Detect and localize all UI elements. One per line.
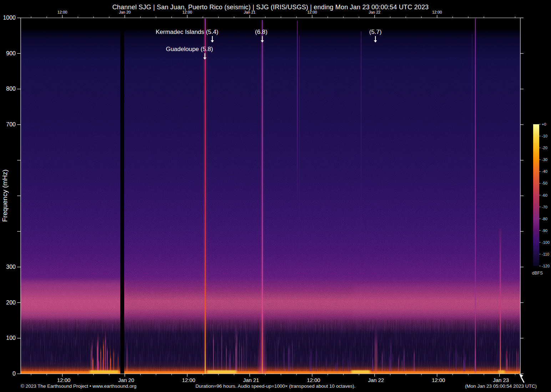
striation: [289, 337, 290, 373]
striation: [382, 346, 383, 373]
striation: [229, 346, 230, 373]
colorbar-tick-label: -70: [542, 205, 547, 209]
striation: [213, 323, 214, 373]
striation: [310, 341, 311, 373]
freq-tick-label: 100: [6, 335, 16, 341]
striation: [118, 350, 118, 373]
striation: [97, 334, 98, 373]
striation: [389, 350, 389, 373]
event-line-guadeloupe-kermadec-line: [205, 19, 206, 374]
striation: [384, 340, 384, 373]
striation: [337, 357, 338, 373]
striation: [402, 356, 402, 373]
striation: [414, 344, 415, 373]
striation: [348, 352, 348, 373]
striation: [311, 343, 312, 373]
y-axis-title: Frequency (mHz): [1, 170, 9, 222]
event-line-jan22-line-b: [472, 34, 472, 278]
striation: [113, 344, 114, 373]
event-line-m57-line: [361, 31, 362, 271]
striation: [348, 355, 349, 373]
mouse-cursor: [519, 373, 524, 383]
hot-segment: [207, 370, 237, 373]
page-title: Channel SJG | San Juan, Puerto Rico (sei…: [0, 4, 541, 11]
bottom-axis-label: 12:00: [432, 377, 445, 383]
colorbar-tick-label: +0: [542, 122, 546, 126]
striation: [239, 332, 240, 373]
striation: [292, 332, 293, 373]
striation: [507, 353, 508, 373]
striation: [288, 338, 289, 373]
footer-generated-time: (Mon Jan 23 05:00:54 2023 UTC): [465, 383, 537, 389]
freq-tick-label: 1000: [3, 15, 16, 21]
striation: [463, 355, 464, 373]
striation: [518, 346, 519, 373]
event-line-jan22-line: [475, 19, 476, 372]
striation: [275, 337, 276, 373]
striation: [516, 343, 517, 373]
colorbar-tick-label: -110: [542, 252, 549, 256]
event-annotation-label: (5.7): [369, 29, 382, 35]
striation: [222, 318, 222, 373]
striation: [97, 337, 97, 373]
spectrogram-image: [17, 14, 524, 374]
bottom-axis-label: Jan 20: [118, 377, 134, 383]
freq-tick-label: 200: [6, 300, 16, 306]
striation: [241, 337, 242, 373]
bottom-axis-label: 12:00: [307, 377, 320, 383]
cursor-arrow-icon: [519, 373, 524, 378]
event-annotation-label: Kermadec Islands (5.4): [156, 29, 218, 35]
event-line-jan23-line: [500, 228, 501, 374]
event-line-m68-line: [262, 20, 263, 374]
colorbar-tick-label: -20: [542, 146, 547, 150]
bottom-axis-label: Jan 23: [493, 377, 509, 383]
colorbar-tick-label: -40: [542, 169, 547, 174]
hot-segment: [352, 370, 370, 373]
striation: [246, 320, 246, 373]
striation: [456, 340, 457, 373]
colorbar: +0-10-20-30-40-50-60-70-80-90-100-110-12…: [532, 122, 550, 276]
colorbar-unit-label: dBFS: [532, 271, 543, 276]
event-line-jan22-plume: [375, 328, 377, 374]
freq-tick-label: 800: [6, 86, 16, 92]
striation: [404, 349, 404, 373]
app-root: 12:0012:00Jan 20Jan 2012:0012:00Jan 21Ja…: [0, 0, 551, 392]
striation: [91, 340, 91, 373]
striation: [103, 333, 104, 373]
striation: [509, 345, 510, 373]
data-gap: [120, 18, 124, 374]
striation: [229, 351, 230, 373]
striation: [390, 333, 391, 373]
bottom-axis-label: 12:00: [57, 377, 71, 383]
colorbar-tick-label: -120: [542, 264, 550, 268]
striation: [316, 339, 317, 373]
colorbar-tick-label: -60: [542, 193, 547, 197]
freq-tick-label: 0: [12, 371, 16, 377]
event-annotation-label: (6.8): [255, 29, 268, 35]
colorbar-tick-label: -30: [542, 157, 547, 162]
striation: [449, 342, 450, 373]
striation: [278, 333, 278, 373]
colorbar-tick-label: -10: [542, 134, 547, 138]
striation: [350, 340, 350, 373]
striation: [465, 350, 465, 373]
bottom-axis-label: Jan 22: [368, 377, 384, 383]
striation: [398, 352, 399, 373]
colorbar-tick-label: -80: [542, 217, 547, 221]
striation: [236, 319, 237, 373]
event-annotation-label: Guadeloupe (5.8): [166, 46, 213, 52]
event-line-faint-pair-a: [297, 21, 298, 214]
colorbar-tick-label: -90: [542, 228, 547, 233]
freq-tick-label: 700: [6, 121, 16, 127]
colorbar-gradient: [533, 124, 539, 266]
striation: [390, 354, 390, 373]
striation: [244, 335, 244, 373]
striation: [284, 338, 285, 373]
hot-segment: [90, 370, 118, 373]
striation: [230, 344, 231, 373]
striation: [343, 355, 343, 373]
colorbar-tick-label: -100: [542, 240, 550, 245]
striation: [107, 341, 108, 373]
striation: [226, 337, 227, 373]
striation: [506, 345, 506, 373]
